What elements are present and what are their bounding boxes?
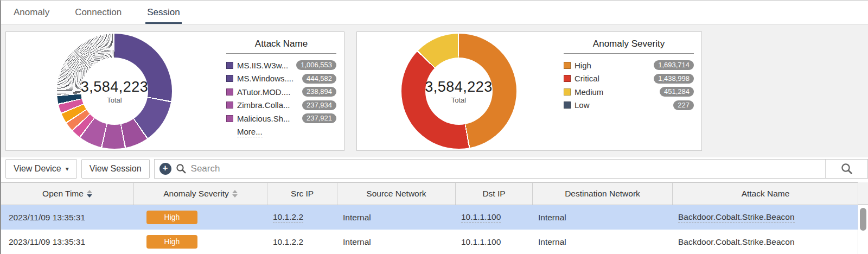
attack-name-legend-title: Attack Name: [226, 39, 336, 54]
attack-name-total-value: 3,584,223: [81, 79, 149, 96]
column-header-label: Anomaly Severity: [163, 189, 229, 199]
legend-swatch-icon: [564, 62, 571, 69]
legend-item[interactable]: Critical1,438,998: [564, 72, 694, 86]
anomaly-severity-donut-center: 3,584,223 Total: [425, 58, 493, 125]
scrollbar-header-spacer: [858, 182, 868, 205]
destination-network-value: Internal: [538, 237, 566, 247]
cell-source-network: Internal: [337, 230, 456, 254]
cell-destination-network: Internal: [533, 230, 673, 254]
severity-badge: High: [146, 211, 197, 224]
legend-item[interactable]: ATutor.MOD....238,894: [226, 85, 336, 99]
column-header-label: Open Time: [42, 189, 84, 199]
session-table: Open TimeAnomaly SeveritySrc IPSource Ne…: [1, 182, 868, 254]
legend-label: High: [575, 61, 591, 70]
column-header-anomaly-severity[interactable]: Anomaly Severity: [134, 183, 267, 205]
anomaly-severity-donut-chart[interactable]: 3,584,223 Total: [401, 34, 516, 149]
column-header-src-ip[interactable]: Src IP: [267, 183, 337, 205]
attack-name-donut-zone: 3,584,223 Total: [6, 32, 223, 150]
source-network-value: Internal: [343, 213, 371, 223]
legend-item[interactable]: Zimbra.Colla...237,934: [226, 99, 336, 112]
src-ip-link: 10.1.2.2: [273, 237, 303, 247]
legend-item[interactable]: Medium451,284: [564, 85, 694, 99]
attack-name-legend-items: MS.IIS.W3w...1,006,553MS.Windows....444,…: [226, 59, 336, 125]
table-row[interactable]: 2023/11/09 13:35:31High10.1.2.2Internal1…: [1, 205, 868, 230]
legend-swatch-icon: [226, 75, 233, 82]
session-dashboard: Anomaly Connection Session 3,584,223 Tot…: [0, 0, 868, 254]
legend-count-badge: 1,006,553: [296, 60, 336, 70]
legend-swatch-icon: [564, 101, 571, 109]
severity-badge: High: [146, 235, 197, 249]
legend-item[interactable]: Low227: [564, 99, 694, 112]
column-header-attack-name[interactable]: Attack Name: [673, 183, 859, 205]
table-header-row: Open TimeAnomaly SeveritySrc IPSource Ne…: [1, 182, 868, 205]
anomaly-severity-chart-panel: 3,584,223 Total Anomaly Severity High1,6…: [356, 31, 702, 151]
legend-swatch-icon: [564, 88, 571, 96]
attack-name-donut-chart[interactable]: 3,584,223 Total: [57, 34, 172, 149]
legend-swatch-icon: [226, 101, 233, 109]
cell-dst-ip: 10.1.1.100: [456, 230, 533, 254]
view-session-label: View Session: [90, 164, 142, 174]
legend-item[interactable]: MS.IIS.W3w...1,006,553: [226, 59, 336, 72]
view-device-button[interactable]: View Device ▾: [5, 159, 77, 179]
legend-count-badge: 238,894: [302, 87, 336, 97]
scrollbar-thumb[interactable]: [860, 208, 866, 231]
toolbar: View Device ▾ View Session +: [1, 157, 868, 180]
column-header-label: Dst IP: [482, 189, 505, 199]
column-header-open-time[interactable]: Open Time: [1, 183, 134, 205]
attack-name-donut-center: 3,584,223 Total: [81, 58, 148, 125]
anomaly-severity-legend-title: Anomaly Severity: [564, 39, 694, 54]
search-input[interactable]: [191, 160, 825, 178]
anomaly-severity-legend: Anomaly Severity High1,693,714Critical1,…: [560, 32, 701, 150]
search-bar: +: [154, 159, 868, 179]
legend-label: Zimbra.Colla...: [237, 100, 290, 110]
column-header-label: Destination Network: [565, 189, 640, 199]
cell-src-ip: 10.1.2.2: [267, 205, 337, 230]
attack-name-chart-panel: 3,584,223 Total Attack Name MS.IIS.W3w..…: [5, 31, 344, 151]
tab-bar: Anomaly Connection Session: [1, 1, 868, 24]
attack-name-link: Backdoor.Cobalt.Strike.Beacon: [678, 237, 795, 247]
table-row[interactable]: 2023/11/09 13:35:31High10.1.2.2Internal1…: [1, 230, 868, 254]
cell-anomaly-severity: High: [134, 230, 267, 254]
legend-item[interactable]: High1,693,714: [564, 59, 694, 72]
cell-attack-name: Backdoor.Cobalt.Strike.Beacon: [673, 205, 859, 230]
search-submit-button[interactable]: [825, 160, 867, 178]
legend-item[interactable]: Malicious.Sh...237,921: [226, 112, 336, 125]
sort-asc-icon: [87, 190, 92, 193]
legend-label: Low: [575, 100, 590, 110]
legend-swatch-icon: [226, 88, 233, 96]
view-session-button[interactable]: View Session: [81, 159, 150, 179]
search-icon: [840, 162, 853, 175]
src-ip-link[interactable]: 10.1.2.2: [273, 212, 303, 223]
legend-swatch-icon: [226, 62, 233, 69]
legend-swatch-icon: [564, 75, 571, 82]
charts-strip: 3,584,223 Total Attack Name MS.IIS.W3w..…: [1, 24, 868, 157]
dst-ip-link[interactable]: 10.1.1.100: [461, 212, 501, 223]
dst-ip-link: 10.1.1.100: [461, 237, 501, 247]
cell-src-ip: 10.1.2.2: [267, 230, 337, 254]
column-header-source-network[interactable]: Source Network: [337, 183, 456, 205]
open-time-value: 2023/11/09 13:35:31: [9, 237, 85, 247]
legend-label: MS.Windows....: [237, 74, 293, 83]
legend-item[interactable]: MS.Windows....444,582: [226, 72, 336, 86]
tab-session[interactable]: Session: [145, 2, 181, 24]
add-filter-icon[interactable]: +: [159, 163, 171, 175]
legend-label: ATutor.MOD....: [237, 87, 290, 97]
attack-name-total-label: Total: [107, 96, 122, 104]
attack-name-link[interactable]: Backdoor.Cobalt.Strike.Beacon: [678, 212, 795, 223]
cell-destination-network: Internal: [533, 205, 673, 230]
cell-open-time: 2023/11/09 13:35:31: [1, 205, 134, 230]
cell-open-time: 2023/11/09 13:35:31: [1, 230, 134, 254]
anomaly-severity-legend-items: High1,693,714Critical1,438,998Medium451,…: [564, 59, 694, 112]
attack-name-legend: Attack Name MS.IIS.W3w...1,006,553MS.Win…: [223, 32, 344, 150]
legend-label: MS.IIS.W3w...: [237, 61, 288, 70]
tab-connection[interactable]: Connection: [73, 2, 123, 24]
column-header-dst-ip[interactable]: Dst IP: [456, 183, 533, 205]
tab-anomaly[interactable]: Anomaly: [12, 2, 51, 24]
table-scrollbar[interactable]: [858, 182, 868, 254]
anomaly-severity-total-value: 3,584,223: [425, 79, 493, 96]
legend-count-badge: 451,284: [660, 87, 694, 97]
column-header-destination-network[interactable]: Destination Network: [533, 183, 673, 205]
legend-more-link[interactable]: More...: [237, 127, 263, 137]
sort-desc-icon: [87, 194, 92, 198]
legend-count-badge: 237,921: [302, 113, 336, 123]
